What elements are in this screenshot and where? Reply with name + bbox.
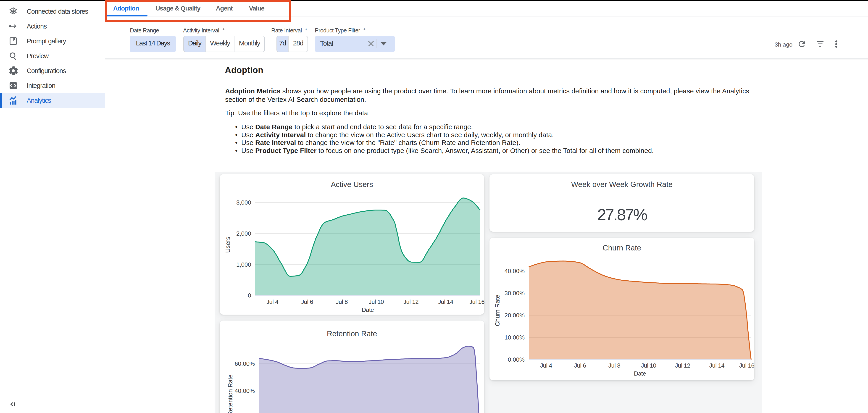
svg-text:Jul 8: Jul 8	[336, 298, 348, 305]
svg-text:Jul 6: Jul 6	[301, 298, 313, 305]
svg-text:Jul 4: Jul 4	[540, 362, 552, 369]
svg-text:Jul 14: Jul 14	[709, 362, 724, 369]
svg-text:Date: Date	[362, 307, 374, 313]
svg-text:0.00%: 0.00%	[508, 356, 525, 363]
svg-text:Jul 12: Jul 12	[675, 362, 690, 369]
svg-text:40.00%: 40.00%	[235, 387, 255, 394]
svg-text:40.00%: 40.00%	[504, 267, 525, 275]
svg-text:3,000: 3,000	[236, 199, 251, 206]
svg-text:Jul 16: Jul 16	[739, 362, 754, 369]
svg-text:1,000: 1,000	[236, 261, 251, 268]
svg-text:Jul 16: Jul 16	[469, 298, 485, 305]
svg-text:Jul 10: Jul 10	[369, 298, 384, 305]
svg-text:Jul 6: Jul 6	[574, 362, 586, 369]
svg-text:Users: Users	[224, 237, 231, 253]
svg-text:Jul 4: Jul 4	[267, 298, 278, 305]
svg-text:Jul 14: Jul 14	[438, 298, 453, 305]
svg-text:60.00%: 60.00%	[235, 360, 255, 367]
svg-text:30.00%: 30.00%	[504, 290, 525, 296]
svg-text:Jul 10: Jul 10	[641, 362, 656, 369]
svg-text:Jul 8: Jul 8	[609, 362, 620, 369]
svg-text:0: 0	[248, 292, 251, 299]
svg-text:Date: Date	[634, 370, 646, 377]
svg-text:Churn Rate: Churn Rate	[494, 295, 501, 326]
svg-text:Retention Rate: Retention Rate	[227, 374, 234, 413]
svg-text:2,000: 2,000	[236, 230, 251, 237]
svg-text:10.00%: 10.00%	[504, 334, 525, 341]
svg-text:20.00%: 20.00%	[504, 312, 525, 319]
svg-text:Jul 12: Jul 12	[403, 298, 418, 305]
